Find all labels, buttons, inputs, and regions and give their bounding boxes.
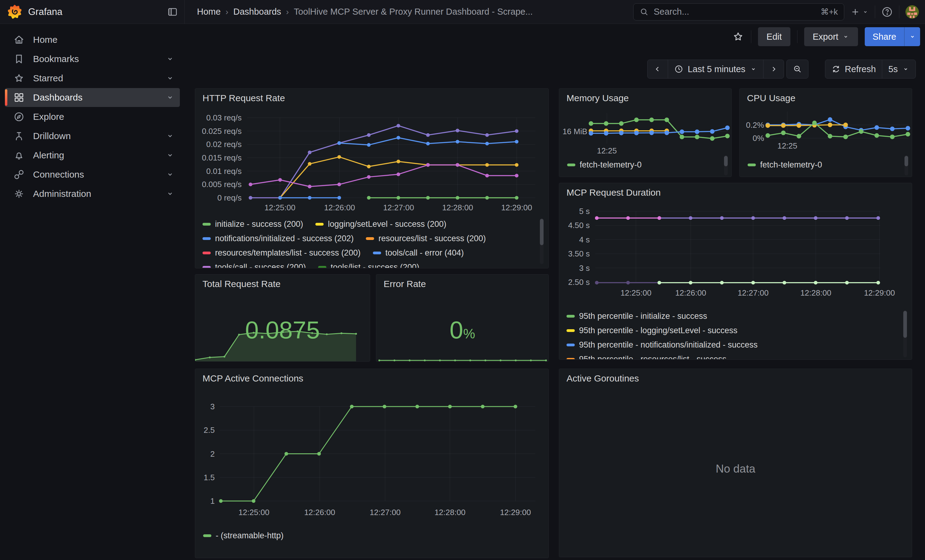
breadcrumb-item[interactable]: Home	[197, 7, 220, 17]
refresh-icon	[832, 65, 841, 74]
panel-total-request-rate: Total Request Rate 0.0875	[195, 274, 370, 362]
chevron-down-icon[interactable]	[166, 132, 174, 140]
legend-swatch	[318, 266, 326, 268]
legend-label: resources/list - success (200)	[378, 234, 486, 243]
legend-item[interactable]: 95th percentile - initialize - success	[566, 309, 707, 323]
svg-text:12:28:00: 12:28:00	[442, 203, 473, 212]
panel-title[interactable]: Active Goroutines	[566, 373, 639, 384]
panel-title[interactable]: Memory Usage	[566, 93, 628, 103]
duration-legend: 95th percentile - initialize - success95…	[566, 309, 898, 359]
legend-item[interactable]: 95th percentile - notifications/initiali…	[566, 338, 758, 352]
legend-item[interactable]: tools/call - error (404)	[373, 246, 464, 260]
time-shift-back-button[interactable]	[647, 60, 668, 78]
sidebar-item-label: Explore	[33, 111, 174, 122]
svg-text:12:29:00: 12:29:00	[501, 203, 532, 212]
chevron-down-icon[interactable]	[166, 170, 174, 179]
legend-item[interactable]: fetch-telemetry-0	[747, 158, 822, 172]
svg-text:12:25:00: 12:25:00	[264, 203, 295, 212]
grafana-app: Grafana Home›Dashboards›ToolHive MCP Ser…	[0, 0, 925, 560]
panel-title[interactable]: Error Rate	[384, 279, 426, 289]
star-icon	[732, 30, 744, 43]
refresh-interval-picker[interactable]: 5s	[882, 60, 916, 78]
sidebar-item-starred[interactable]: Starred	[5, 69, 180, 88]
clock-icon	[674, 65, 683, 74]
sidebar-item-home[interactable]: Home	[5, 30, 180, 49]
sidebar-item-connections[interactable]: Connections	[5, 165, 180, 184]
top-bar: Grafana Home›Dashboards›ToolHive MCP Ser…	[0, 0, 925, 24]
panel-title[interactable]: MCP Request Duration	[566, 188, 661, 198]
sidebar-item-label: Connections	[33, 169, 166, 180]
sidebar-item-alerting[interactable]: Alerting	[5, 146, 180, 165]
legend-swatch	[202, 237, 211, 240]
svg-text:2.50 s: 2.50 s	[568, 278, 590, 287]
breadcrumb-item[interactable]: Dashboards	[234, 7, 281, 17]
divider	[899, 6, 899, 18]
legend-item[interactable]: resources/list - success (200)	[366, 231, 486, 246]
legend-label: tools/list - success (200)	[331, 263, 419, 268]
svg-text:12:26:00: 12:26:00	[324, 203, 355, 212]
legend-swatch	[567, 164, 575, 166]
legend-scrollbar[interactable]	[903, 310, 907, 357]
time-shift-forward-button[interactable]	[763, 60, 784, 78]
chevron-down-icon	[862, 9, 869, 15]
legend-swatch	[373, 252, 381, 254]
sidebar-item-administration[interactable]: Administration	[5, 184, 180, 203]
edit-button[interactable]: Edit	[758, 27, 790, 46]
export-button[interactable]: Export	[804, 27, 858, 46]
legend-scrollbar[interactable]	[904, 155, 908, 176]
sidebar-item-drilldown[interactable]: Drilldown	[5, 126, 180, 146]
legend-item[interactable]: resources/templates/list - success (200)	[202, 246, 361, 260]
legend-item[interactable]: tools/call - success (200)	[202, 260, 306, 268]
sidebar-item-explore[interactable]: Explore	[5, 107, 180, 126]
search-placeholder: Search...	[654, 7, 689, 17]
panel-active-goroutines: Active Goroutines No data	[559, 369, 912, 557]
user-avatar[interactable]	[905, 5, 919, 19]
memory-legend: fetch-telemetry-0	[567, 158, 719, 174]
panel-title[interactable]: MCP Active Connections	[202, 373, 303, 384]
panel-title[interactable]: HTTP Request Rate	[202, 93, 285, 103]
dock-sidebar-button[interactable]	[167, 6, 178, 18]
sidebar-item-label: Bookmarks	[33, 54, 166, 64]
share-button[interactable]: Share	[865, 27, 904, 46]
chevron-down-icon[interactable]	[166, 151, 174, 159]
legend-item[interactable]: tools/list - success (200)	[318, 260, 419, 268]
dashboard-toolbar: Edit Export Share	[185, 24, 925, 50]
legend-item[interactable]: initialize - success (200)	[202, 217, 303, 231]
search-input[interactable]: Search... ⌘+k	[633, 3, 844, 21]
legend-label: notifications/initialized - success (202…	[215, 234, 354, 243]
legend-swatch	[202, 266, 211, 268]
legend-swatch	[566, 329, 575, 332]
legend-label: 95th percentile - resources/list - succe…	[579, 354, 726, 359]
panel-title[interactable]: CPU Usage	[747, 93, 795, 103]
legend-label: tools/call - error (404)	[386, 248, 464, 258]
chevron-down-icon[interactable]	[166, 74, 174, 83]
help-button[interactable]	[881, 6, 893, 18]
share-options-button[interactable]	[904, 27, 920, 46]
gear-icon	[13, 188, 25, 200]
panel-title[interactable]: Total Request Rate	[202, 279, 280, 289]
grafana-logo-icon	[8, 5, 21, 19]
chevron-down-icon[interactable]	[166, 55, 174, 63]
legend-scrollbar[interactable]	[724, 155, 728, 176]
sidebar-item-dashboards[interactable]: Dashboards	[5, 88, 180, 107]
chevron-down-icon[interactable]	[166, 93, 174, 102]
legend-item[interactable]: 95th percentile - resources/list - succe…	[566, 352, 726, 359]
legend-item[interactable]: - (streamable-http)	[203, 528, 283, 543]
svg-text:12:25: 12:25	[777, 141, 797, 150]
legend-item[interactable]: logging/setLevel - success (200)	[315, 217, 446, 231]
add-new-button[interactable]	[850, 7, 869, 17]
legend-label: tools/call - success (200)	[215, 263, 306, 268]
brand-name: Grafana	[28, 6, 62, 17]
chevron-down-icon	[909, 33, 916, 41]
time-range-picker[interactable]: Last 5 minutes	[668, 60, 764, 78]
sidebar-item-bookmarks[interactable]: Bookmarks	[5, 50, 180, 69]
legend-item[interactable]: fetch-telemetry-0	[567, 158, 642, 172]
chevron-down-icon[interactable]	[166, 189, 174, 198]
legend-item[interactable]: notifications/initialized - success (202…	[202, 231, 354, 246]
favorite-star-button[interactable]	[732, 30, 744, 43]
legend-item[interactable]: 95th percentile - logging/setLevel - suc…	[566, 323, 738, 338]
zoom-out-button[interactable]	[786, 60, 809, 78]
refresh-button[interactable]: Refresh	[825, 60, 883, 78]
legend-scrollbar[interactable]	[540, 218, 544, 264]
svg-text:0.015 req/s: 0.015 req/s	[202, 153, 242, 162]
